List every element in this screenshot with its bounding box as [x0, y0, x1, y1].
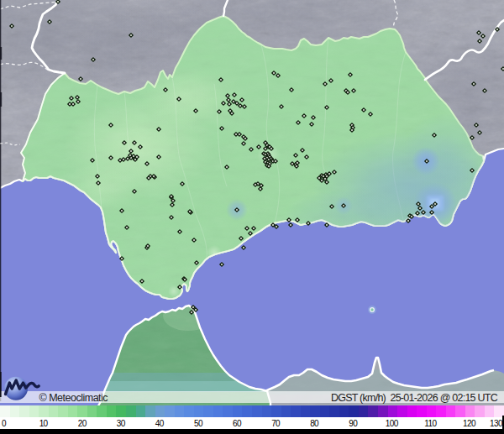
svg-text:© Meteoclimatic: © Meteoclimatic	[39, 392, 108, 404]
svg-text:20: 20	[78, 419, 87, 428]
svg-text:120: 120	[463, 419, 476, 428]
svg-text:60: 60	[233, 419, 242, 428]
svg-text:30: 30	[117, 419, 126, 428]
svg-text:40: 40	[155, 419, 165, 428]
svg-text:100: 100	[386, 419, 399, 428]
svg-text:DGST (km/h) 25-01-2026 @ 02:1: DGST (km/h) 25-01-2026 @ 02:15 UTC	[331, 392, 498, 404]
svg-text:80: 80	[310, 419, 319, 428]
svg-text:10: 10	[39, 419, 49, 428]
svg-text:70: 70	[271, 419, 281, 428]
svg-text:130: 130	[490, 419, 503, 428]
svg-text:110: 110	[424, 419, 437, 428]
svg-text:50: 50	[194, 419, 203, 428]
svg-text:90: 90	[349, 419, 358, 428]
